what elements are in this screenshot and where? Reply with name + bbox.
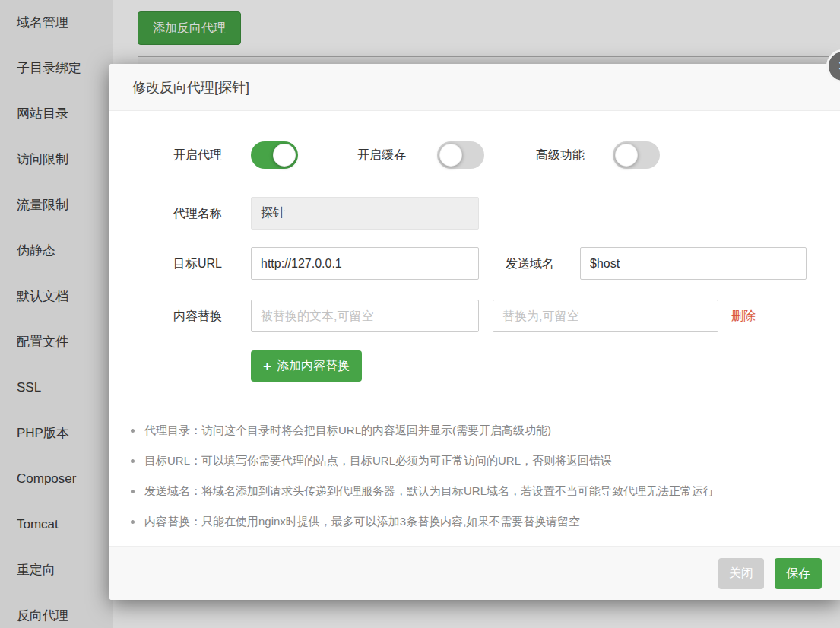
close-button[interactable]: 关闭 [718, 558, 764, 589]
modal-header: 修改反向代理[探针] [109, 64, 840, 111]
toggle-knob [439, 144, 462, 167]
delete-replace-link[interactable]: 删除 [731, 300, 756, 332]
proxy-name-input [251, 197, 479, 230]
note-text: 发送域名：将域名添加到请求头传递到代理服务器，默认为目标URL域名，若设置不当可… [144, 484, 715, 499]
bullet-icon [131, 490, 135, 493]
advanced-features-label: 高级功能 [536, 141, 585, 169]
note-proxy-directory: 代理目录：访问这个目录时将会把目标URL的内容返回并显示(需要开启高级功能) [131, 415, 825, 446]
save-button[interactable]: 保存 [775, 558, 822, 589]
edit-reverse-proxy-modal: × 修改反向代理[探针] 开启代理 开启缓存 高级功能 代理名称 目标URL 发… [109, 64, 840, 600]
plus-icon: + [263, 359, 271, 373]
toggle-knob [615, 144, 638, 167]
enable-proxy-toggle[interactable] [251, 141, 298, 169]
add-content-replace-label: 添加内容替换 [277, 358, 350, 374]
bullet-icon [131, 459, 135, 463]
bullet-icon [131, 520, 135, 524]
target-url-label: 目标URL [173, 247, 222, 280]
enable-cache-label: 开启缓存 [357, 141, 406, 169]
note-text: 目标URL：可以填写你需要代理的站点，目标URL必须为可正常访问的URL，否则将… [144, 454, 612, 468]
note-send-domain: 发送域名：将域名添加到请求头传递到代理服务器，默认为目标URL域名，若设置不当可… [131, 476, 825, 506]
advanced-features-toggle[interactable] [613, 141, 660, 169]
bullet-icon [131, 429, 135, 433]
enable-cache-toggle[interactable] [437, 141, 484, 169]
toggle-knob [273, 144, 296, 167]
note-text: 代理目录：访问这个目录时将会把目标URL的内容返回并显示(需要开启高级功能) [144, 423, 551, 438]
content-replace-label: 内容替换 [173, 300, 222, 332]
send-domain-label: 发送域名 [506, 247, 554, 280]
modal-footer: 关闭 保存 [109, 546, 840, 600]
add-content-replace-button[interactable]: + 添加内容替换 [251, 350, 362, 382]
send-domain-input[interactable] [580, 247, 807, 280]
note-content-replace: 内容替换：只能在使用nginx时提供，最多可以添加3条替换内容,如果不需要替换请… [131, 506, 825, 537]
proxy-name-label: 代理名称 [173, 197, 222, 230]
replace-from-input[interactable] [251, 300, 479, 332]
replace-to-input[interactable] [493, 300, 718, 332]
modal-title: 修改反向代理[探针] [109, 64, 840, 111]
target-url-input[interactable] [251, 247, 479, 280]
enable-proxy-label: 开启代理 [173, 141, 222, 169]
help-notes: 代理目录：访问这个目录时将会把目标URL的内容返回并显示(需要开启高级功能) 目… [131, 415, 825, 537]
note-text: 内容替换：只能在使用nginx时提供，最多可以添加3条替换内容,如果不需要替换请… [144, 515, 580, 529]
note-target-url: 目标URL：可以填写你需要代理的站点，目标URL必须为可正常访问的URL，否则将… [131, 446, 825, 476]
